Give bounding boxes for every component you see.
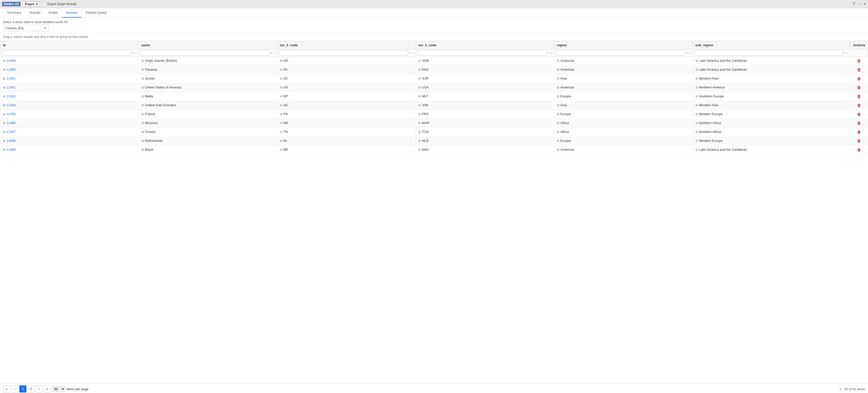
help-button[interactable]: ? bbox=[853, 2, 855, 6]
filter-input-name[interactable] bbox=[141, 50, 270, 56]
filter-sort-name[interactable]: ↕ bbox=[273, 51, 276, 55]
copy-icon[interactable]: ▦ bbox=[418, 103, 421, 107]
filter-input-subregion[interactable] bbox=[694, 50, 843, 56]
col-header-iso2[interactable]: iso_2_code bbox=[277, 41, 416, 49]
copy-icon[interactable]: ▦ bbox=[142, 59, 144, 62]
first-page-button[interactable]: « bbox=[3, 385, 10, 392]
copy-icon[interactable]: ▦ bbox=[280, 103, 282, 107]
copy-icon[interactable]: ▦ bbox=[557, 148, 559, 151]
copy-icon[interactable]: ▦ bbox=[418, 59, 421, 62]
delete-button[interactable]: 🗑 bbox=[857, 139, 861, 143]
copy-icon[interactable]: ▦ bbox=[557, 112, 559, 116]
close-button[interactable]: × bbox=[864, 2, 866, 6]
per-page-select[interactable]: 10 25 50 100 bbox=[52, 386, 65, 392]
copy-icon[interactable]: ▦ bbox=[142, 103, 144, 107]
col-header-region[interactable]: region bbox=[554, 41, 693, 49]
copy-icon[interactable]: ▦ bbox=[142, 68, 144, 71]
filter-sort-iso3[interactable]: ↕ bbox=[550, 51, 553, 55]
copy-icon[interactable]: ▦ bbox=[3, 112, 5, 116]
delete-button[interactable]: 🗑 bbox=[857, 68, 861, 72]
copy-icon[interactable]: ▦ bbox=[3, 86, 5, 89]
copy-icon[interactable]: ▦ bbox=[695, 77, 698, 80]
copy-icon[interactable]: ▦ bbox=[142, 130, 144, 133]
delete-button[interactable]: 🗑 bbox=[857, 130, 861, 134]
filter-input-iso3[interactable] bbox=[417, 50, 547, 56]
copy-icon[interactable]: ▦ bbox=[3, 103, 5, 107]
copy-icon[interactable]: ▦ bbox=[418, 130, 421, 133]
copy-icon[interactable]: ▦ bbox=[3, 148, 5, 151]
copy-icon[interactable]: ▦ bbox=[557, 103, 559, 107]
copy-icon[interactable]: ▦ bbox=[3, 139, 5, 142]
copy-icon[interactable]: ▦ bbox=[280, 77, 282, 80]
tab-vertices[interactable]: Vertices bbox=[62, 8, 82, 18]
last-page-button[interactable]: » bbox=[44, 385, 51, 392]
copy-icon[interactable]: ▦ bbox=[142, 112, 144, 116]
copy-icon[interactable]: ▦ bbox=[142, 77, 144, 80]
page-1-button[interactable]: 1 bbox=[19, 385, 26, 392]
copy-icon[interactable]: ▦ bbox=[142, 86, 144, 89]
copy-icon[interactable]: ▦ bbox=[418, 68, 421, 71]
copy-icon[interactable]: ▦ bbox=[142, 148, 144, 151]
copy-icon[interactable]: ▦ bbox=[280, 148, 282, 151]
id-link[interactable]: 11492 bbox=[6, 86, 16, 89]
col-header-iso3[interactable]: iso_3_code bbox=[416, 41, 554, 49]
delete-button[interactable]: 🗑 bbox=[857, 103, 861, 108]
copy-icon[interactable]: ▦ bbox=[557, 77, 559, 80]
copy-icon[interactable]: ▦ bbox=[280, 86, 282, 89]
tab-explain[interactable]: Explain Query bbox=[82, 8, 111, 18]
tab-summary[interactable]: Summary bbox=[3, 8, 25, 18]
id-link[interactable]: 11496 bbox=[6, 121, 16, 125]
delete-button[interactable]: 🗑 bbox=[857, 94, 861, 99]
copy-icon[interactable]: ▦ bbox=[280, 59, 282, 62]
copy-icon[interactable]: ▦ bbox=[3, 121, 5, 125]
delete-button[interactable]: 🗑 bbox=[857, 86, 861, 90]
copy-icon[interactable]: ▦ bbox=[3, 77, 5, 80]
filter-funnel-name[interactable]: ▿ bbox=[270, 51, 273, 55]
id-link[interactable]: 11498 bbox=[6, 139, 16, 142]
id-link[interactable]: 11494 bbox=[6, 103, 16, 107]
copy-icon[interactable]: ▦ bbox=[418, 86, 421, 89]
copy-icon[interactable]: ▦ bbox=[418, 139, 421, 142]
filter-sort-id[interactable]: ↕ bbox=[134, 51, 137, 55]
id-link[interactable]: 11499 bbox=[6, 148, 16, 152]
copy-icon[interactable]: ▦ bbox=[418, 148, 421, 151]
next-page-button[interactable]: › bbox=[36, 385, 43, 392]
filter-funnel-iso3[interactable]: ▿ bbox=[547, 51, 550, 55]
copy-icon[interactable]: ▦ bbox=[695, 95, 698, 98]
copy-icon[interactable]: ▦ bbox=[557, 130, 559, 133]
filter-funnel-iso2[interactable]: ▿ bbox=[408, 51, 411, 55]
id-link[interactable]: 11493 bbox=[6, 94, 16, 98]
filter-funnel-region[interactable]: ▿ bbox=[685, 51, 688, 55]
copy-icon[interactable]: ▦ bbox=[695, 112, 698, 116]
copy-icon[interactable]: ▦ bbox=[557, 139, 559, 142]
copy-icon[interactable]: ▦ bbox=[142, 139, 144, 142]
copy-icon[interactable]: ▦ bbox=[280, 130, 282, 133]
filter-input-region[interactable] bbox=[556, 50, 685, 56]
copy-icon[interactable]: ▦ bbox=[695, 148, 698, 151]
id-link[interactable]: 11491 bbox=[6, 76, 16, 80]
copy-icon[interactable]: ▦ bbox=[557, 95, 559, 98]
copy-icon[interactable]: ▦ bbox=[418, 77, 421, 80]
copy-icon[interactable]: ▦ bbox=[142, 95, 144, 98]
copy-icon[interactable]: ▦ bbox=[3, 68, 5, 71]
col-header-subregion[interactable]: sub_region bbox=[692, 41, 850, 49]
id-link[interactable]: 11489 bbox=[6, 59, 16, 63]
copy-icon[interactable]: ▦ bbox=[142, 121, 144, 125]
page-2-button[interactable]: 2 bbox=[27, 385, 35, 392]
copy-icon[interactable]: ▦ bbox=[3, 95, 5, 98]
copy-icon[interactable]: ▦ bbox=[418, 95, 421, 98]
delete-button[interactable]: 🗑 bbox=[857, 76, 861, 81]
delete-button[interactable]: 🗑 bbox=[857, 112, 861, 117]
filter-sort-subregion[interactable]: ↕ bbox=[846, 51, 849, 55]
copy-icon[interactable]: ▦ bbox=[418, 112, 421, 116]
col-header-id[interactable]: Id bbox=[0, 41, 139, 49]
copy-icon[interactable]: ▦ bbox=[695, 59, 698, 62]
delete-button[interactable]: 🗑 bbox=[857, 121, 861, 126]
copy-icon[interactable]: ▦ bbox=[3, 130, 5, 133]
id-link[interactable]: 11490 bbox=[6, 68, 16, 71]
delete-button[interactable]: 🗑 bbox=[857, 59, 861, 63]
copy-icon[interactable]: ▦ bbox=[557, 59, 559, 62]
col-header-name[interactable]: name bbox=[138, 41, 277, 49]
copy-icon[interactable]: ▦ bbox=[695, 139, 698, 142]
id-link[interactable]: 11497 bbox=[6, 130, 16, 134]
